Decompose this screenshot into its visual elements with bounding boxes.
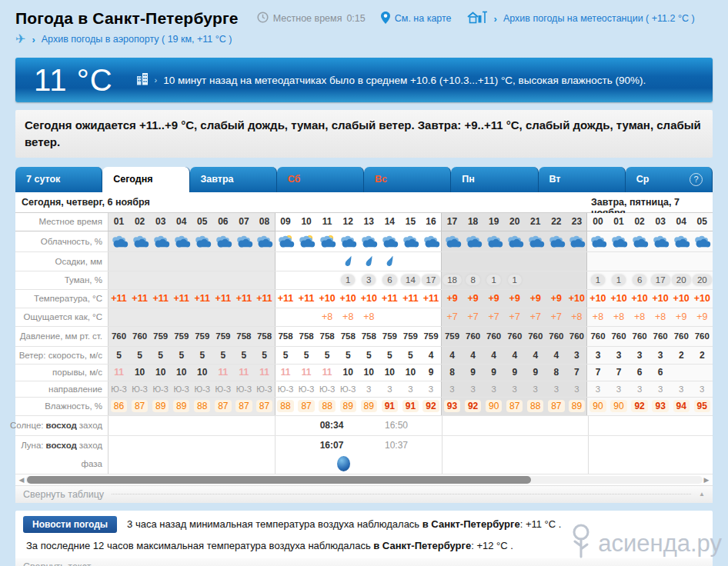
fog-cell: 20 bbox=[692, 271, 713, 289]
cloud-icon bbox=[650, 235, 670, 248]
airplane-icon: ✈ bbox=[15, 33, 25, 45]
clouds-cell bbox=[254, 231, 275, 251]
forecast-panel: Сегодня, четверг, 6 ноября Завтра, пятни… bbox=[15, 192, 713, 503]
help-icon[interactable]: ? bbox=[690, 173, 703, 186]
clouds-cell bbox=[109, 231, 129, 251]
collapse-table-button[interactable]: Свернуть таблицу ▲ bbox=[15, 486, 713, 503]
hours-cell: 12 bbox=[338, 213, 359, 231]
rain-cell bbox=[317, 252, 338, 271]
pressure-cell: 760 bbox=[463, 327, 483, 346]
pressure-cell: 760 bbox=[629, 327, 650, 346]
rain-cell bbox=[296, 252, 317, 271]
temp-cell: +11 bbox=[171, 290, 192, 308]
rain-cell bbox=[129, 252, 150, 271]
humidity-cell: 89 bbox=[338, 398, 359, 415]
hours-cell: 04 bbox=[171, 213, 192, 231]
feels-cell: +8 bbox=[359, 308, 379, 326]
feels-cell: +9 bbox=[671, 308, 692, 326]
feels-cell: +9 bbox=[692, 308, 713, 326]
tab-2[interactable]: Завтра bbox=[190, 167, 277, 192]
header: Погода в Санкт-Петербурге Местное время … bbox=[0, 0, 728, 29]
wind_gust-cell: 6 bbox=[629, 365, 650, 381]
airport-archive-link[interactable]: Архив погоды в аэропорту ( 19 км, +11 °C… bbox=[42, 34, 232, 45]
cloud-icon bbox=[254, 235, 274, 248]
wind_gust-cell: 9 bbox=[504, 365, 525, 381]
cloud-icon bbox=[526, 235, 546, 248]
tab-6[interactable]: Вт bbox=[539, 167, 626, 192]
row-label: Местное время bbox=[15, 213, 109, 231]
scroll-right-arrow[interactable]: ▶ bbox=[703, 476, 710, 484]
local-time-label: Местное время bbox=[273, 13, 342, 24]
feels-cell bbox=[421, 308, 442, 326]
fog-cell bbox=[566, 271, 587, 289]
divider bbox=[588, 436, 589, 454]
scrollbar-thumb[interactable] bbox=[27, 476, 531, 484]
raindrop-icon bbox=[343, 255, 352, 267]
hours-cell: 13 bbox=[359, 213, 379, 231]
fog-cell bbox=[525, 271, 546, 289]
cloud-sun-icon bbox=[317, 235, 337, 248]
collapse-text-button[interactable]: Свернуть текст bbox=[15, 558, 713, 566]
clouds-cell bbox=[171, 231, 192, 251]
row-moon: Луна: восход заход16:0710:37 bbox=[15, 436, 713, 454]
pressure-cell: 758 bbox=[254, 327, 275, 346]
feels-cell bbox=[129, 308, 150, 326]
row-feels: Ощущается как, °C+8+8+8+7+7+7+7+7+7+8+8+… bbox=[15, 308, 713, 327]
divider bbox=[275, 416, 276, 435]
wind_gust-cell: 11 bbox=[254, 365, 275, 381]
hours-cell: 20 bbox=[504, 213, 525, 231]
cloud-sun-icon bbox=[276, 235, 296, 248]
wind_dir-cell: З bbox=[546, 381, 566, 397]
wind_gust-cell: 6 bbox=[650, 365, 671, 381]
wind_gust-cell: 10 bbox=[379, 365, 400, 381]
humidity-cell: 87 bbox=[296, 398, 317, 415]
news-badge[interactable]: Новости погоды bbox=[23, 516, 117, 533]
cloud-icon bbox=[151, 235, 171, 248]
temp-cell: +11 bbox=[296, 290, 317, 308]
wind_gust-cell: 10 bbox=[359, 365, 379, 381]
tab-3[interactable]: Сб bbox=[277, 167, 364, 192]
clouds-cell bbox=[483, 231, 504, 251]
rain-cell bbox=[609, 252, 629, 271]
wind_dir-cell: Ю-З bbox=[338, 381, 359, 397]
current-temperature: 11 °C bbox=[15, 63, 136, 98]
temp-cell: +9 bbox=[546, 290, 566, 308]
fog-cell bbox=[192, 271, 212, 289]
feels-cell bbox=[109, 308, 129, 326]
temp-cell: +11 bbox=[379, 290, 400, 308]
scroll-left-arrow[interactable]: ◀ bbox=[18, 476, 25, 484]
scrollbar-track[interactable] bbox=[25, 476, 703, 484]
clouds-cell bbox=[317, 231, 338, 251]
current-details-group: › 10 минут назад на метеодатчиках было в… bbox=[136, 72, 646, 88]
rain-cell bbox=[254, 252, 275, 271]
station-archive-link[interactable]: Архив погоды на метеостанции ( +11.2 °C … bbox=[503, 13, 695, 24]
temp-cell: +10 bbox=[587, 290, 608, 308]
clouds-cell bbox=[233, 231, 254, 251]
tab-5[interactable]: Пн bbox=[451, 167, 538, 192]
pressure-cell: 759 bbox=[171, 327, 192, 346]
tab-4[interactable]: Вс bbox=[364, 167, 451, 192]
wind_speed-cell: 2 bbox=[692, 347, 713, 364]
weather-news: Новости погоды 3 часа назад минимальная … bbox=[15, 511, 713, 558]
map-link[interactable]: См. на карте bbox=[395, 13, 452, 24]
pressure-cell: 760 bbox=[566, 327, 587, 346]
fog-cell: 17 bbox=[421, 271, 442, 289]
moonset-time: 10:37 bbox=[379, 440, 413, 451]
temp-cell: +11 bbox=[129, 290, 150, 308]
temp-cell: +11 bbox=[276, 290, 296, 308]
wind_dir-cell: Ю-З bbox=[150, 381, 171, 397]
feels-cell bbox=[296, 308, 317, 326]
wind_dir-cell: З bbox=[587, 381, 608, 397]
cloud-icon bbox=[421, 235, 441, 248]
row-wind_speed: Ветер: скорость, м/с55555555555555544444… bbox=[15, 347, 713, 365]
wind_gust-cell: 8 bbox=[442, 365, 463, 381]
tab-1[interactable]: Сегодня bbox=[102, 167, 189, 192]
row-label: фаза bbox=[15, 454, 109, 474]
temp-cell: +11 bbox=[400, 290, 421, 308]
cloud-icon bbox=[400, 235, 420, 248]
tab-0[interactable]: 7 суток bbox=[15, 167, 102, 192]
pressure-cell: 760 bbox=[483, 327, 504, 346]
clouds-cell bbox=[276, 231, 296, 251]
wind_speed-cell: 3 bbox=[650, 347, 671, 364]
rain-cell bbox=[692, 252, 713, 271]
